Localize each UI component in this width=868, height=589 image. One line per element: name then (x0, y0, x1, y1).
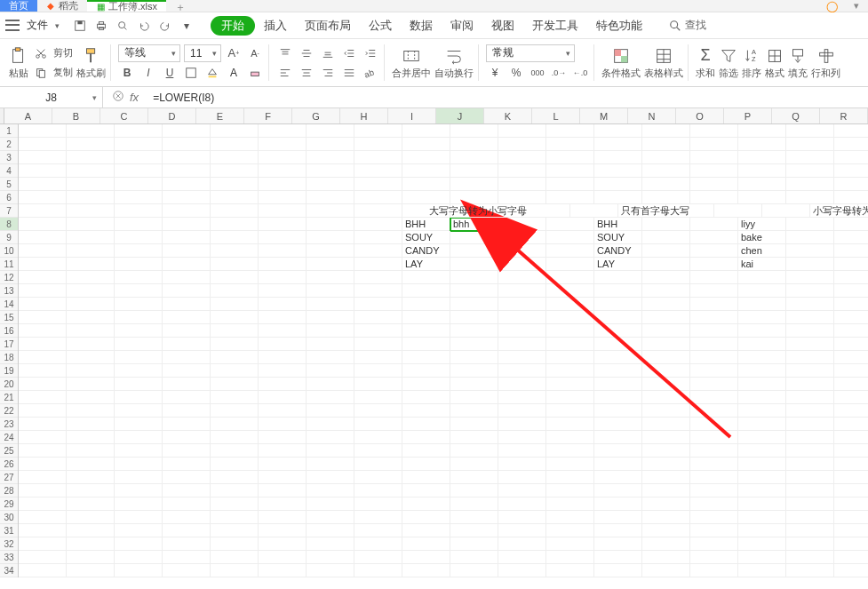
cell-G15[interactable] (307, 311, 354, 324)
cell-Q10[interactable] (786, 244, 834, 258)
cell-E26[interactable] (211, 458, 259, 471)
row-header-7[interactable]: 7 (0, 204, 18, 218)
cell-H22[interactable] (354, 404, 402, 418)
cell-I24[interactable] (402, 431, 450, 444)
cell-M29[interactable] (594, 497, 642, 511)
cell-L25[interactable] (546, 444, 594, 458)
cell-K7[interactable] (522, 204, 570, 218)
align-center-icon[interactable] (298, 64, 315, 82)
cell-I2[interactable] (402, 138, 450, 151)
cell-F27[interactable] (259, 471, 307, 484)
row-header-27[interactable]: 27 (0, 471, 18, 484)
cell-K21[interactable] (498, 391, 546, 404)
cell-Q29[interactable] (786, 497, 834, 511)
row-header-2[interactable]: 2 (0, 138, 18, 151)
cell-O6[interactable] (690, 191, 738, 204)
cell-J4[interactable] (450, 164, 498, 178)
formula-input[interactable]: =LOWER(I8) (147, 87, 868, 107)
ribbon-tab-special[interactable]: 特色功能 (587, 12, 651, 38)
cell-B30[interactable] (67, 511, 115, 524)
col-header-M[interactable]: M (580, 108, 628, 123)
cell-P25[interactable] (738, 444, 786, 458)
cell-P5[interactable] (738, 178, 786, 191)
cell-B17[interactable] (67, 338, 115, 351)
cell-O20[interactable] (690, 378, 738, 391)
cell-N34[interactable] (642, 564, 690, 577)
col-header-G[interactable]: G (292, 108, 340, 123)
col-header-D[interactable]: D (148, 108, 196, 123)
cell-K32[interactable] (498, 537, 546, 551)
row-header-29[interactable]: 29 (0, 497, 18, 511)
cell-C20[interactable] (115, 378, 163, 391)
cell-D28[interactable] (163, 484, 211, 497)
cell-I8[interactable]: BHH (402, 218, 450, 231)
cell-D1[interactable] (163, 124, 211, 138)
cell-Q4[interactable] (786, 164, 834, 178)
cell-O21[interactable] (690, 391, 738, 404)
cell-J21[interactable] (450, 391, 498, 404)
row-header-15[interactable]: 15 (0, 311, 18, 324)
cell-K29[interactable] (498, 497, 546, 511)
cell-C22[interactable] (115, 404, 163, 418)
cell-H6[interactable] (354, 191, 402, 204)
ribbon-tab-view[interactable]: 视图 (482, 12, 523, 38)
cell-B15[interactable] (67, 311, 115, 324)
cell-C16[interactable] (115, 324, 163, 338)
cell-F17[interactable] (259, 338, 307, 351)
cell-B23[interactable] (67, 418, 115, 431)
cell-I22[interactable] (402, 404, 450, 418)
cell-Q11[interactable] (786, 258, 834, 271)
cell-P32[interactable] (738, 537, 786, 551)
align-top-icon[interactable] (276, 44, 294, 62)
cell-Q31[interactable] (786, 524, 834, 537)
cell-J2[interactable] (450, 138, 498, 151)
cell-R10[interactable] (834, 244, 868, 258)
cell-A16[interactable] (19, 324, 67, 338)
row-header-20[interactable]: 20 (0, 378, 18, 391)
cell-P4[interactable] (738, 164, 786, 178)
cell-C7[interactable] (115, 204, 163, 218)
cell-Q6[interactable] (786, 191, 834, 204)
cell-H21[interactable] (354, 391, 402, 404)
cell-P15[interactable] (738, 311, 786, 324)
cell-J32[interactable] (450, 537, 498, 551)
col-header-O[interactable]: O (676, 108, 724, 123)
cell-N10[interactable] (642, 244, 690, 258)
cell-I31[interactable] (402, 524, 450, 537)
cell-B10[interactable] (67, 244, 115, 258)
cell-O13[interactable] (690, 284, 738, 298)
font-name-select[interactable]: 等线 ▾ (118, 44, 180, 62)
cell-A2[interactable] (19, 138, 67, 151)
cell-E9[interactable] (211, 231, 259, 244)
cell-B19[interactable] (67, 364, 115, 378)
cell-E13[interactable] (211, 284, 259, 298)
font-color-button[interactable]: A (225, 64, 243, 82)
cell-N4[interactable] (642, 164, 690, 178)
cell-B7[interactable] (67, 204, 115, 218)
cell-E30[interactable] (211, 511, 259, 524)
cell-G9[interactable] (307, 231, 354, 244)
cell-E28[interactable] (211, 484, 259, 497)
cell-F34[interactable] (259, 564, 307, 577)
cell-G10[interactable] (307, 244, 354, 258)
justify-icon[interactable] (340, 64, 358, 82)
cell-A32[interactable] (19, 537, 67, 551)
cell-B31[interactable] (67, 524, 115, 537)
cell-J11[interactable] (450, 258, 498, 271)
cell-R30[interactable] (834, 511, 868, 524)
cell-L9[interactable] (546, 231, 594, 244)
cell-H32[interactable] (354, 537, 402, 551)
cell-P18[interactable] (738, 351, 786, 364)
cell-A25[interactable] (19, 444, 67, 458)
cell-B25[interactable] (67, 444, 115, 458)
cell-Q20[interactable] (786, 378, 834, 391)
cell-F28[interactable] (259, 484, 307, 497)
cell-C2[interactable] (115, 138, 163, 151)
row-header-3[interactable]: 3 (0, 151, 18, 164)
cell-P33[interactable] (738, 551, 786, 564)
row-header-32[interactable]: 32 (0, 537, 18, 551)
paste-button[interactable]: 粘贴 (9, 46, 28, 80)
cell-E19[interactable] (211, 364, 259, 378)
cell-C14[interactable] (115, 298, 163, 311)
cell-C12[interactable] (115, 271, 163, 284)
